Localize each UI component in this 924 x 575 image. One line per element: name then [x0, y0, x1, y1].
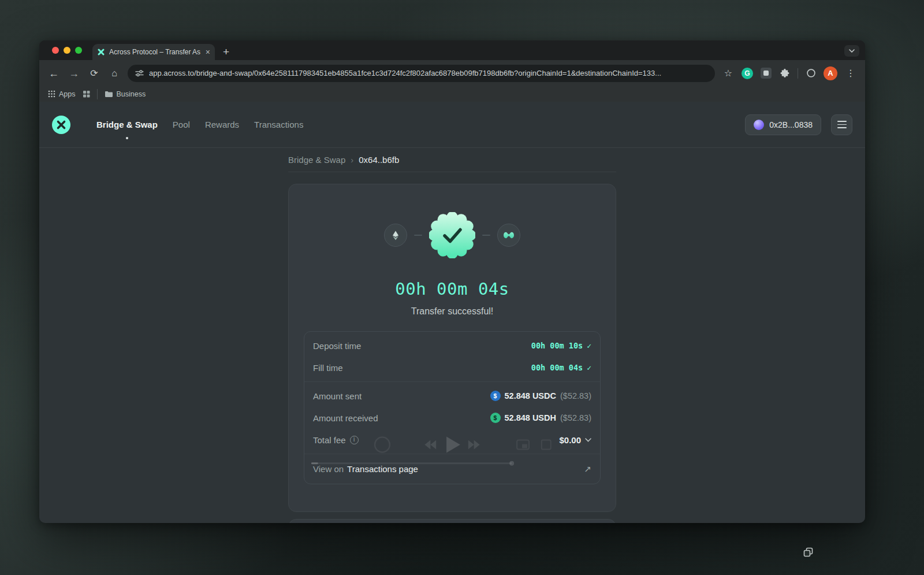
- minimize-window-button[interactable]: [64, 47, 70, 54]
- main-nav: Bridge & Swap Pool Rewards Transactions: [96, 120, 303, 129]
- check-icon: ✓: [587, 363, 591, 372]
- transfer-status-message: Transfer successful!: [289, 306, 616, 317]
- breadcrumb: Bridge & Swap › 0x64..b6fb: [288, 148, 616, 172]
- amount-sent-label: Amount sent: [313, 391, 362, 401]
- close-window-button[interactable]: [52, 47, 59, 54]
- wallet-avatar-icon: [754, 120, 764, 130]
- profile-avatar[interactable]: A: [824, 66, 837, 80]
- window-controls: [52, 47, 82, 54]
- menu-kebab-icon[interactable]: ⋮: [844, 69, 858, 78]
- time-section: Deposit time 00h 00m 10s ✓ Fill time 00h…: [304, 332, 600, 381]
- deposit-time-label: Deposit time: [313, 341, 361, 351]
- nav-pool[interactable]: Pool: [173, 120, 190, 129]
- breadcrumb-rule: [288, 172, 616, 172]
- breadcrumb-current: 0x64..b6fb: [359, 155, 399, 165]
- address-bar[interactable]: app.across.to/bridge-and-swap/0x64e25811…: [128, 65, 715, 82]
- home-button[interactable]: ⌂: [107, 69, 121, 78]
- grid-bookmark-icon[interactable]: [83, 90, 90, 98]
- amount-received-value: 52.848 USDH: [505, 413, 556, 422]
- browser-window: Across Protocol – Transfer As × + ← → ⟳ …: [39, 40, 865, 523]
- reload-button[interactable]: ⟳: [87, 69, 101, 78]
- toolbar-divider: [798, 68, 798, 79]
- bookmarks-bar: Apps Business: [39, 86, 865, 102]
- origin-chain-ethereum-icon: [384, 224, 407, 247]
- deposit-time-row: Deposit time 00h 00m 10s ✓: [304, 335, 600, 357]
- browser-toolbar: ← → ⟳ ⌂ app.across.to/bridge-and-swap/0x…: [39, 60, 865, 86]
- check-icon: ✓: [587, 342, 591, 350]
- usdh-token-icon: $: [490, 413, 501, 423]
- nav-bridge-swap[interactable]: Bridge & Swap: [96, 120, 158, 129]
- bookmark-folder-business[interactable]: Business: [105, 90, 146, 98]
- extension-icon[interactable]: [759, 67, 772, 80]
- elapsed-timer: 00h 00m 04s: [289, 279, 616, 299]
- zoom-window-button[interactable]: [75, 47, 82, 54]
- business-label: Business: [117, 90, 146, 98]
- deposit-time-value: 00h 00m 10s: [531, 341, 583, 350]
- total-fee-row[interactable]: Total fee i $0.00: [304, 429, 600, 451]
- usdc-token-icon: $: [490, 391, 501, 401]
- bookmark-star-icon[interactable]: ☆: [721, 69, 735, 78]
- info-icon[interactable]: i: [350, 436, 359, 444]
- amount-sent-row: Amount sent $ 52.848 USDC ($52.83): [304, 385, 600, 407]
- chevron-down-icon[interactable]: [585, 438, 591, 442]
- header-right: 0x2B...0838: [745, 114, 852, 135]
- nav-transactions[interactable]: Transactions: [254, 120, 303, 129]
- browser-tab[interactable]: Across Protocol – Transfer As ×: [92, 44, 215, 60]
- across-favicon-icon: [97, 48, 105, 56]
- forward-button[interactable]: →: [67, 68, 81, 79]
- menu-button[interactable]: [831, 114, 852, 135]
- wallet-address: 0x2B...0838: [769, 120, 813, 129]
- view-on-label: View on: [313, 464, 344, 474]
- amount-received-label: Amount received: [313, 413, 378, 423]
- connector-dash: [414, 235, 422, 236]
- chain-progress-row: [289, 212, 616, 258]
- site-settings-icon[interactable]: [135, 69, 144, 77]
- fill-time-label: Fill time: [313, 363, 343, 373]
- view-on-transactions-row[interactable]: View on Transactions page ↗: [304, 454, 600, 484]
- transfer-status-card: 00h 00m 04s Transfer successful!: [288, 184, 616, 512]
- amount-received-usd: ($52.83): [560, 413, 591, 422]
- transactions-page-link[interactable]: Transactions page: [347, 464, 418, 474]
- sync-circle-icon[interactable]: [804, 67, 817, 80]
- wallet-button[interactable]: 0x2B...0838: [745, 114, 821, 135]
- grammarly-extension-icon[interactable]: G: [742, 68, 753, 79]
- tab-search-chevron-icon[interactable]: [844, 45, 859, 57]
- extensions-puzzle-icon[interactable]: [778, 67, 791, 80]
- connector-dash: [482, 235, 490, 236]
- external-link-icon: ↗: [584, 464, 591, 474]
- next-card-partial: [288, 519, 616, 523]
- apps-label: Apps: [59, 90, 76, 98]
- amount-sent-usd: ($52.83): [560, 391, 591, 400]
- back-button[interactable]: ←: [47, 68, 61, 79]
- new-tab-button[interactable]: +: [223, 44, 229, 60]
- tab-strip: Across Protocol – Transfer As × +: [39, 40, 865, 60]
- app-header: Bridge & Swap Pool Rewards Transactions …: [39, 102, 865, 148]
- fill-time-row: Fill time 00h 00m 04s ✓: [304, 357, 600, 379]
- across-logo[interactable]: [52, 116, 70, 134]
- total-fee-value: $0.00: [559, 435, 581, 445]
- url-text: app.across.to/bridge-and-swap/0x64e25811…: [149, 69, 661, 77]
- desktop: Across Protocol – Transfer As × + ← → ⟳ …: [0, 0, 924, 575]
- apps-shortcut[interactable]: Apps: [48, 90, 76, 98]
- fill-time-value: 00h 00m 04s: [531, 363, 583, 372]
- nav-rewards[interactable]: Rewards: [205, 120, 239, 129]
- amounts-section: Amount sent $ 52.848 USDC ($52.83) Amoun…: [304, 382, 600, 454]
- tab-title: Across Protocol – Transfer As: [109, 48, 202, 56]
- resize-indicator-icon: [803, 547, 814, 560]
- amount-received-row: Amount received $ 52.848 USDH ($52.83): [304, 407, 600, 429]
- total-fee-label: Total fee: [313, 435, 346, 445]
- breadcrumb-bridge-swap[interactable]: Bridge & Swap: [288, 155, 345, 165]
- chevron-right-icon: ›: [351, 155, 353, 165]
- success-check-badge: [429, 212, 475, 258]
- bookmarks-divider: [97, 89, 98, 99]
- destination-chain-icon: [497, 224, 520, 247]
- tab-close-icon[interactable]: ×: [206, 48, 210, 56]
- amount-sent-value: 52.848 USDC: [505, 391, 556, 400]
- across-app-page: Bridge & Swap Pool Rewards Transactions …: [39, 102, 865, 523]
- transfer-details-panel: Deposit time 00h 00m 10s ✓ Fill time 00h…: [304, 331, 601, 484]
